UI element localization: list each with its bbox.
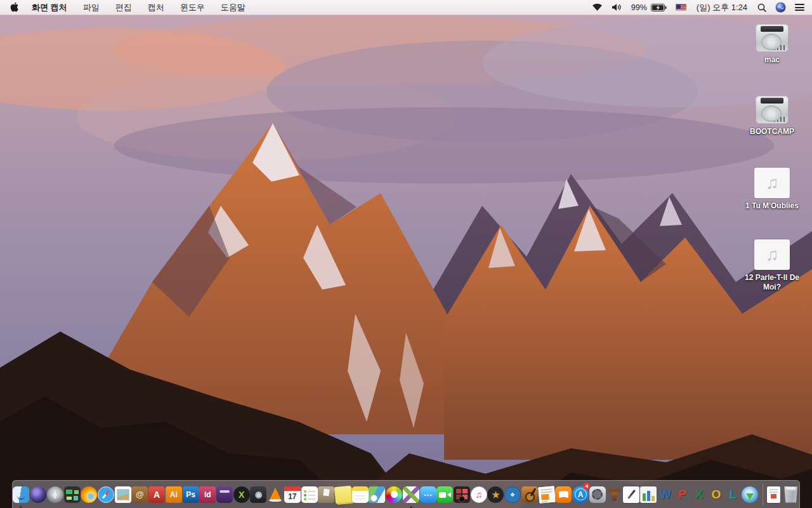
- dock-lync-icon[interactable]: L: [724, 484, 742, 505]
- photobooth-app-icon: [454, 486, 470, 503]
- indesign-app-icon: Id: [199, 486, 216, 503]
- dock-siri-icon[interactable]: [30, 484, 47, 505]
- siri-app-icon: [30, 486, 46, 503]
- dock-itunes-icon[interactable]: ♫: [470, 484, 487, 505]
- dock-downloader-icon[interactable]: [742, 484, 759, 505]
- dock-newsletter-icon[interactable]: [538, 484, 555, 505]
- audio-file-icon: ♫: [754, 239, 790, 270]
- dock-ibooks-icon[interactable]: [555, 484, 572, 505]
- volume-icon[interactable]: [612, 3, 622, 11]
- dock-idvd-icon[interactable]: [504, 484, 521, 505]
- audio-file-icon: ♫: [754, 168, 790, 198]
- xee-app-icon: X: [233, 486, 250, 503]
- us-flag-input-icon[interactable]: [676, 4, 686, 11]
- dock-powerpoint-icon[interactable]: P: [674, 484, 691, 505]
- idvd-app-icon: [504, 486, 521, 503]
- dock-photoshop-icon[interactable]: Ps: [182, 484, 199, 505]
- vlc-app-icon: [267, 486, 284, 503]
- word-app-icon: W: [657, 486, 674, 503]
- toast-app-icon: [216, 486, 233, 503]
- finder-app-icon: [13, 486, 29, 503]
- dock-facetime-icon[interactable]: [436, 484, 454, 505]
- desktop-icon-label: BOOTCAMP: [750, 127, 794, 137]
- firefox-app-icon: [81, 486, 97, 503]
- desktop-icon-disk-bootcamp[interactable]: BOOTCAMP: [737, 96, 807, 168]
- dock-stickies-icon[interactable]: [335, 484, 352, 505]
- notes-app-icon: [352, 486, 369, 503]
- facetime-app-icon: [436, 486, 453, 503]
- dock-garageband-icon[interactable]: [521, 484, 539, 505]
- dock-launchpad-icon[interactable]: [46, 484, 63, 505]
- menu-bar-clock[interactable]: (일) 오후 1:24: [697, 2, 747, 13]
- dock-photos-icon[interactable]: [386, 484, 403, 505]
- dock-photobooth-icon[interactable]: [454, 484, 471, 505]
- dock-vlc-icon[interactable]: [267, 484, 284, 505]
- dock-word-icon[interactable]: W: [657, 484, 674, 505]
- desktop-icon-label: 12 Parle-T-Il De Moi?: [739, 273, 805, 292]
- acrobat-app-icon: A: [148, 486, 165, 503]
- spotlight-search-icon[interactable]: [757, 3, 766, 12]
- dock-sysprefs-icon[interactable]: [589, 484, 606, 505]
- dock: @AAiPsIdX◉17⋯♫★A4WPXOL: [12, 480, 800, 508]
- preview-app-icon: [115, 486, 131, 503]
- cards-app-icon: [369, 486, 385, 503]
- photos-app-icon: [386, 486, 402, 503]
- desktop-surface[interactable]: 화면 캡처 파일편집캡처윈도우도움말 99%: [0, 0, 812, 508]
- dock-appstore-icon[interactable]: A4: [572, 484, 589, 505]
- dock-messages-icon[interactable]: ⋯: [419, 484, 436, 505]
- desktop-icon-audio-tu-moublies[interactable]: ♫1 Tu M'Oublies: [737, 168, 807, 239]
- desktop-icon-disk-mac[interactable]: mac: [737, 24, 807, 96]
- menu-edit[interactable]: 편집: [115, 2, 132, 13]
- siri-icon[interactable]: [775, 2, 786, 13]
- appcleaner-app-icon: [318, 486, 334, 503]
- dock-pages-icon[interactable]: [623, 484, 640, 505]
- notification-center-icon[interactable]: [795, 4, 804, 11]
- dock-reminders-icon[interactable]: [301, 484, 318, 505]
- dock-contacts-icon[interactable]: @: [131, 484, 148, 505]
- dock-imovie-icon[interactable]: ★: [487, 484, 504, 505]
- photoshop-app-icon: Ps: [183, 486, 199, 503]
- ibooks-app-icon: [555, 486, 572, 503]
- lync-app-icon: L: [725, 486, 742, 503]
- dock-unarchiver-icon[interactable]: [403, 484, 420, 505]
- itunes-app-icon: ♫: [471, 486, 487, 503]
- dock-keynote-icon[interactable]: [606, 484, 623, 505]
- menu-window[interactable]: 윈도우: [180, 2, 205, 13]
- disktool-app-icon: ◉: [250, 486, 266, 503]
- menu-file[interactable]: 파일: [83, 2, 100, 13]
- dock-numbers-icon[interactable]: [640, 484, 657, 505]
- dock-xee-icon[interactable]: X: [233, 484, 250, 505]
- dock-separator: [762, 484, 763, 505]
- dock-safari-icon[interactable]: [98, 484, 115, 505]
- dock-notes-icon[interactable]: [351, 484, 369, 505]
- sysprefs-app-icon: [589, 486, 606, 503]
- dock-trash-icon[interactable]: [782, 484, 799, 505]
- dock-toast-icon[interactable]: [216, 484, 233, 505]
- apple-logo-icon[interactable]: [10, 3, 19, 13]
- dock-mission-icon[interactable]: [63, 484, 81, 505]
- dock-indesign-icon[interactable]: Id: [199, 484, 216, 505]
- dock-finder-icon[interactable]: [13, 484, 30, 505]
- outlook-app-icon: O: [708, 486, 724, 503]
- dock-preview-icon[interactable]: [114, 484, 131, 505]
- desktop-icon-column: macBOOTCAMP♫1 Tu M'Oublies♫12 Parle-T-Il…: [737, 24, 807, 311]
- dock-cards-icon[interactable]: [369, 484, 386, 505]
- dock-illustrator-icon[interactable]: Ai: [165, 484, 182, 505]
- desktop-icon-audio-parle-t-il-de-moi[interactable]: ♫12 Parle-T-Il De Moi?: [737, 239, 807, 311]
- dock-outlook-icon[interactable]: O: [707, 484, 724, 505]
- menu-help[interactable]: 도움말: [221, 2, 246, 13]
- dock-excel-icon[interactable]: X: [691, 484, 708, 505]
- wifi-icon[interactable]: [592, 3, 603, 11]
- menu-capture[interactable]: 캡처: [148, 2, 164, 13]
- menu-items: 파일편집캡처윈도우도움말: [67, 2, 246, 13]
- safari-app-icon: [98, 486, 114, 503]
- dock-document-icon[interactable]: [766, 484, 783, 505]
- active-app-name[interactable]: 화면 캡처: [32, 2, 67, 13]
- dock-calendar-icon[interactable]: 17: [284, 484, 301, 505]
- battery-charging-icon[interactable]: [651, 4, 667, 11]
- dock-appcleaner-icon[interactable]: [318, 484, 335, 505]
- dock-acrobat-icon[interactable]: A: [148, 484, 166, 505]
- hard-disk-icon: [756, 96, 789, 124]
- dock-firefox-icon[interactable]: [81, 484, 98, 505]
- dock-disktool-icon[interactable]: ◉: [250, 484, 267, 505]
